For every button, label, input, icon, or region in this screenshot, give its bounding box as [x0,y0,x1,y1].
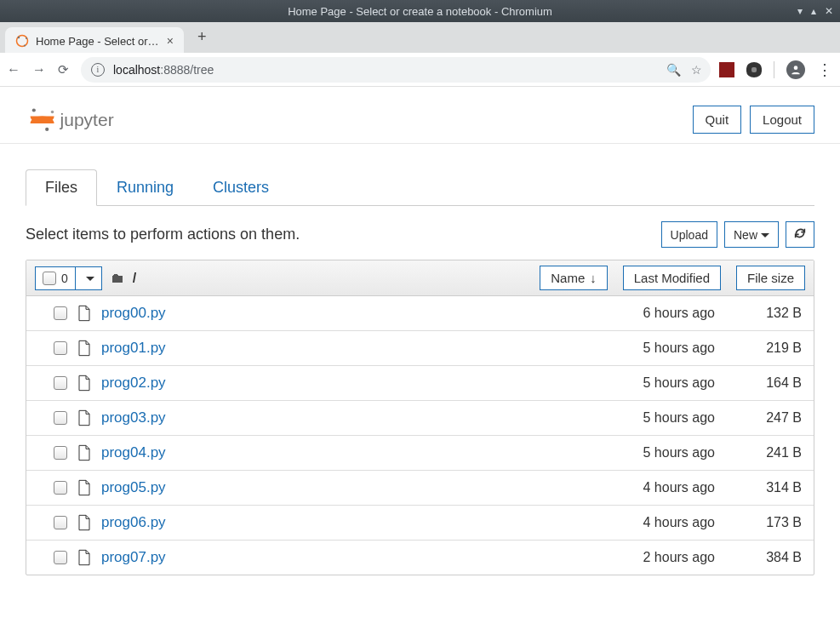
chevron-down-icon [83,272,94,285]
file-modified: 2 hours ago [579,550,715,565]
window-minimize-icon[interactable]: ▾ [797,5,803,17]
row-checkbox[interactable] [54,446,67,460]
folder-icon[interactable]: 🖿 [111,271,124,286]
file-list-header: 0 🖿 / Name ↓ Last Modified File size [26,260,814,296]
file-size: 219 B [725,340,802,356]
new-button-label: New [734,228,757,242]
svg-point-6 [51,111,54,114]
sort-size-button[interactable]: File size [736,266,805,290]
jupyter-favicon-icon [15,34,29,48]
file-modified: 4 hours ago [579,515,715,530]
file-modified: 5 hours ago [579,410,715,426]
row-checkbox[interactable] [54,376,67,390]
file-row: prog07.py2 hours ago384 B [26,541,814,575]
file-icon [77,375,91,392]
col-size-label: File size [747,271,794,285]
back-button[interactable]: ← [7,62,20,77]
window-maximize-icon[interactable]: ▴ [811,5,816,17]
window-titlebar: Home Page - Select or create a notebook … [0,0,840,22]
window-controls: ▾ ▴ ✕ [797,5,833,17]
file-icon [77,549,91,566]
new-tab-button[interactable]: + [192,25,212,49]
browser-menu-icon[interactable]: ⋮ [817,62,833,77]
svg-point-7 [45,128,49,131]
sort-name-button[interactable]: Name ↓ [540,266,608,290]
profile-avatar-icon[interactable] [786,60,805,79]
file-row: prog06.py4 hours ago173 B [26,506,814,541]
file-link[interactable]: prog03.py [101,409,569,426]
sort-modified-button[interactable]: Last Modified [623,266,721,290]
new-dropdown-button[interactable]: New [724,221,779,248]
file-modified: 5 hours ago [579,445,715,461]
select-all-checkbox[interactable] [43,272,56,285]
breadcrumb-root[interactable]: / [133,271,136,286]
row-checkbox[interactable] [54,551,67,564]
logout-button[interactable]: Logout [750,106,814,134]
dashboard-tabs: Files Running Clusters [26,169,814,206]
jupyter-header: jupyter Quit Logout [0,97,840,144]
site-info-icon[interactable]: i [91,63,105,77]
quit-button[interactable]: Quit [693,106,742,134]
row-checkbox[interactable] [54,341,67,355]
file-size: 384 B [725,550,802,565]
file-row: prog04.py5 hours ago241 B [26,436,814,471]
file-link[interactable]: prog00.py [101,305,569,322]
file-link[interactable]: prog02.py [101,375,569,392]
file-link[interactable]: prog05.py [101,479,569,496]
file-size: 314 B [725,480,802,495]
url-rest: :8888/tree [160,63,214,77]
col-modified-label: Last Modified [634,271,710,285]
toolbar-divider [774,61,774,78]
tab-clusters[interactable]: Clusters [193,169,289,206]
file-size: 132 B [725,306,802,321]
file-row: prog05.py4 hours ago314 B [26,471,814,506]
file-icon [77,305,91,322]
file-icon [77,444,91,461]
bookmark-star-icon[interactable]: ☆ [691,63,702,77]
svg-point-1 [18,37,20,39]
file-row: prog03.py5 hours ago247 B [26,401,814,436]
tab-close-icon[interactable]: × [167,35,174,47]
address-bar[interactable]: i localhost:8888/tree 🔍 ☆ [81,57,711,83]
row-checkbox[interactable] [54,411,67,425]
upload-button[interactable]: Upload [661,221,717,248]
row-checkbox[interactable] [54,306,67,320]
forward-button[interactable]: → [32,62,46,77]
browser-tab[interactable]: Home Page - Select or … × [5,27,184,53]
window-close-icon[interactable]: ✕ [825,5,833,17]
file-size: 247 B [725,410,802,426]
file-icon [77,514,91,531]
file-modified: 5 hours ago [579,340,715,356]
selected-count: 0 [61,272,68,285]
arrow-down-icon: ↓ [590,271,597,285]
file-link[interactable]: prog01.py [101,340,569,357]
row-checkbox[interactable] [54,516,67,529]
file-modified: 6 hours ago [579,306,715,321]
file-modified: 4 hours ago [579,480,715,495]
extension-icon[interactable] [719,62,734,77]
url-host: localhost [113,63,160,77]
select-all-control[interactable]: 0 [35,266,102,290]
reload-button[interactable]: ⟳ [58,62,69,77]
file-row: prog02.py5 hours ago164 B [26,366,814,401]
svg-point-5 [32,108,36,112]
jupyter-logo[interactable]: jupyter [26,104,145,134]
file-size: 173 B [725,515,802,530]
ublock-icon[interactable] [746,62,762,77]
svg-point-2 [26,37,27,39]
file-icon [77,479,91,496]
file-modified: 5 hours ago [579,375,715,391]
tab-files[interactable]: Files [26,169,97,206]
svg-point-4 [794,66,798,70]
file-link[interactable]: prog07.py [101,549,569,566]
file-link[interactable]: prog06.py [101,514,569,531]
zoom-icon[interactable]: 🔍 [666,63,681,77]
refresh-list-button[interactable] [786,221,814,248]
browser-tab-title: Home Page - Select or … [36,35,160,48]
row-checkbox[interactable] [54,481,67,495]
browser-toolbar: ← → ⟳ i localhost:8888/tree 🔍 ☆ ⋮ [0,53,840,87]
tab-running[interactable]: Running [97,169,193,206]
file-link[interactable]: prog04.py [101,444,569,461]
svg-text:jupyter: jupyter [60,110,114,129]
file-row: prog00.py6 hours ago132 B [26,296,814,331]
